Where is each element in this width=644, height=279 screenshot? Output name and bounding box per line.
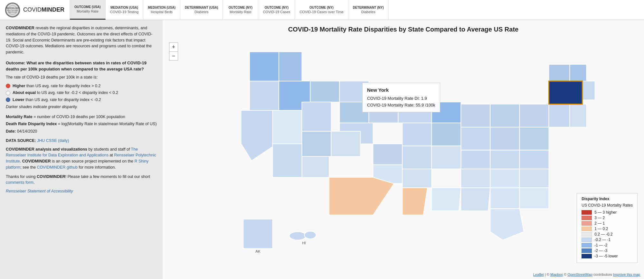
legend-row-8: -3 — -5 lower — [582, 254, 633, 258]
def-mortality: Mortality Rate = number of COVID-19 deat… — [6, 114, 157, 120]
state-wa — [250, 52, 279, 81]
nav-item-7[interactable]: DETERMINANT (NY)Diabetes — [348, 0, 389, 20]
legend-dot-red — [6, 84, 10, 88]
legend-swatch-2 — [582, 221, 592, 226]
sidebar-definitions: Mortality Rate = number of COVID-19 deat… — [6, 114, 157, 135]
nav-item-2[interactable]: MEDIATION (USA)Hospital Beds — [143, 0, 180, 20]
comments-link[interactable]: comments form — [6, 180, 33, 185]
legend-swatch-7 — [582, 248, 592, 253]
nav-cat-5: OUTCOME (NY) — [265, 5, 289, 10]
state-ny — [549, 81, 582, 104]
svg-text:RENSSELAER: RENSSELAER — [6, 7, 19, 9]
legend-row-4: 0.2 — -0.2 — [582, 232, 633, 237]
legend-range-1: 3 — 2 — [594, 216, 605, 220]
nav-sub-1: COVID-19 Testing — [110, 10, 138, 14]
nav-cat-1: MEDIATION (USA) — [110, 5, 138, 10]
state-hi-label: HI — [302, 241, 306, 245]
improve-link[interactable]: Improve this map — [613, 273, 640, 276]
app-title: COVIDMINDER — [23, 6, 64, 13]
def-disparity: Death Rate Disparity Index = log(Mortali… — [6, 121, 157, 127]
map-footer: Leaflet | © Mapbox © OpenStreetMap contr… — [533, 273, 640, 276]
legend-row-3: 1 — 0.2 — [582, 227, 633, 231]
map-controls: + − — [169, 42, 178, 60]
nav-cat-0: OUTCOME (USA) — [74, 5, 101, 9]
legend-swatch-0 — [582, 210, 592, 215]
state-nm — [302, 156, 329, 177]
nav-cat-7: DETERMINANT (NY) — [353, 5, 384, 10]
state-sc — [520, 188, 549, 209]
state-nh-me — [570, 64, 587, 81]
state-ms — [432, 188, 461, 211]
state-nj — [549, 104, 570, 127]
legend-range-3: 1 — 0.2 — [594, 227, 608, 231]
state-ks — [373, 144, 402, 165]
state-wy — [302, 102, 331, 131]
state-nd — [310, 81, 340, 102]
nav-item-6[interactable]: OUTCOME (NY)COVID-19 Cases over Time — [295, 0, 348, 20]
osm-link[interactable]: OpenStreetMap — [567, 273, 592, 276]
date-field: Date: 04/14/2020 — [6, 128, 157, 135]
svg-text:INSTITUTE: INSTITUTE — [8, 11, 17, 13]
legend-range-7: -2 — -3 — [594, 248, 607, 253]
zoom-in-button[interactable]: + — [169, 42, 178, 51]
nav-item-1[interactable]: MEDIATION (USA)COVID-19 Testing — [106, 0, 143, 20]
legend-swatch-6 — [582, 243, 592, 247]
state-va — [520, 150, 549, 169]
legend-swatch-1 — [582, 216, 592, 220]
legend-range-2: 2 — 1 — [594, 221, 605, 226]
legend-label-equal: About equal to US avg. rate for -0.2 < d… — [13, 90, 118, 96]
state-ak-label: AK — [255, 249, 260, 253]
legend-dot-blue — [6, 98, 10, 102]
state-mn — [340, 81, 369, 102]
state-de-md — [570, 104, 587, 127]
map-title: COVID-19 Mortality Rate Disparities by S… — [163, 20, 644, 36]
map-svg-container: AK HI — [172, 39, 641, 269]
legend-row-7: -2 — -3 — [582, 248, 633, 253]
legend-item-lower: Lower than US avg. rate for disparity in… — [6, 97, 157, 103]
mapbox-text: © Mapbox — [547, 273, 563, 276]
leaflet-link[interactable]: Leaflet — [533, 273, 544, 276]
nav-sub-7: Diabetes — [361, 10, 375, 14]
logo-area: RENSSELAER POLYTECHNIC INSTITUTE COVIDMI… — [0, 0, 70, 20]
legend-swatch-4 — [582, 232, 592, 237]
zoom-out-button[interactable]: − — [169, 51, 178, 60]
us-map-svg: AK HI — [172, 39, 641, 269]
nav-item-5[interactable]: OUTCOME (NY)COVID-19 Cases — [258, 0, 295, 20]
legend-dot-white — [6, 91, 10, 95]
state-id — [279, 52, 302, 81]
state-wi2 — [432, 123, 461, 146]
nav-sub-4: Mortality Rate — [230, 10, 251, 14]
state-wv — [520, 127, 549, 150]
state-pa — [520, 104, 549, 127]
state-mi-up — [432, 102, 461, 123]
state-mo — [402, 146, 432, 169]
nav-item-3[interactable]: DETERMINANT (USA)Diabetes — [180, 0, 223, 20]
sidebar-source: DATA SOURCE: JHU CSSE (daily) — [6, 138, 157, 144]
jhu-link[interactable]: JHU CSSE (daily) — [37, 138, 69, 143]
main-content: COVIDMINDER reveals the regional dispari… — [0, 20, 644, 279]
accessibility-link[interactable]: Rensselaer Statement of Accessibility — [6, 189, 73, 193]
legend-swatch-5 — [582, 237, 592, 242]
nav-item-4[interactable]: OUTCOME (NY)Mortality Rate — [223, 0, 258, 20]
legend-swatch-8 — [582, 254, 592, 258]
state-ky-w — [461, 150, 490, 169]
mapbox-link[interactable]: Mapbox — [550, 273, 563, 276]
legend-row-1: 3 — 2 — [582, 216, 633, 220]
nav-item-0[interactable]: OUTCOME (USA)Mortality Rate — [70, 0, 106, 20]
sidebar-question: Outcome: What are the disparities betwee… — [6, 60, 157, 72]
legend-item-equal: About equal to US avg. rate for -0.2 < d… — [6, 90, 157, 96]
footer-sep2: © — [564, 273, 567, 276]
state-oh — [490, 104, 520, 127]
sidebar-thanks: Thanks for using COVIDMINDER! Please tak… — [6, 174, 157, 186]
nav-sub-6: COVID-19 Cases over Time — [299, 10, 343, 14]
legend-range-4: 0.2 — -0.2 — [594, 232, 612, 237]
state-ar — [402, 169, 432, 188]
github-link[interactable]: COVIDMINDER github — [37, 165, 78, 170]
state-ia — [402, 123, 432, 146]
legend-range-6: -1 — -2 — [594, 243, 607, 247]
nav-sub-3: Diabetes — [194, 10, 208, 14]
legend-title: Disparity Index — [582, 197, 633, 201]
legend-subtitle: US COVID-19 Mortality Rates — [582, 203, 633, 208]
state-nc — [520, 169, 549, 188]
footer-contributors: contributors — [593, 273, 612, 276]
